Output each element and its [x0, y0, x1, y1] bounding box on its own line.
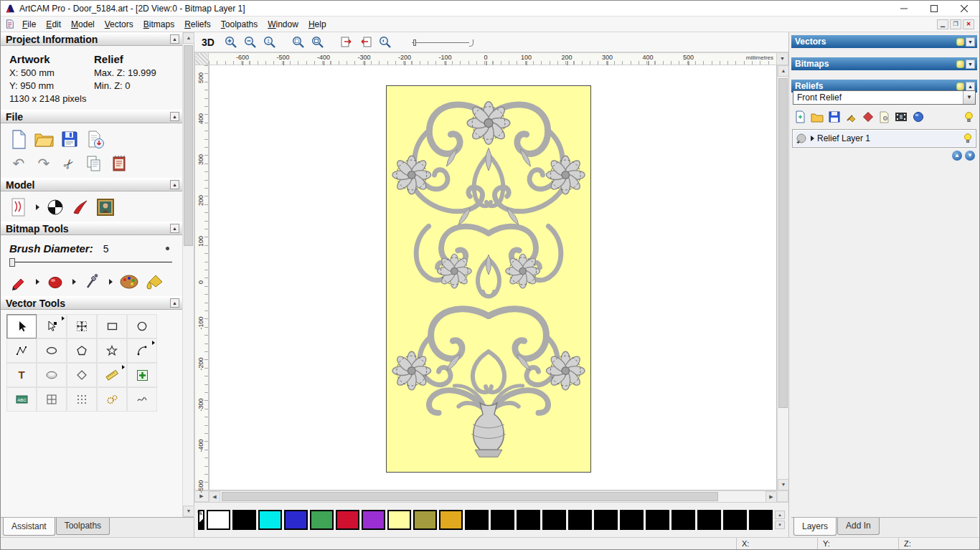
palette-swatch-1[interactable]: [232, 510, 256, 530]
view-slider-handle[interactable]: [413, 39, 416, 46]
close-button[interactable]: [949, 1, 979, 16]
bitmaps-section-header[interactable]: Bitmaps ▼: [791, 57, 977, 70]
save-button[interactable]: [60, 129, 79, 149]
palette-swatch-18[interactable]: [672, 510, 695, 530]
polygon-tool[interactable]: [67, 338, 97, 363]
set-model-size-button[interactable]: [9, 197, 28, 217]
palette-scroll-down-icon[interactable]: ▼: [775, 521, 785, 529]
palette-swatch-20[interactable]: [723, 510, 747, 530]
wave-tool[interactable]: [127, 387, 157, 412]
menu-item-help[interactable]: Help: [303, 17, 331, 32]
tab-layers[interactable]: Layers: [793, 518, 837, 536]
clean-layer-button[interactable]: [845, 111, 857, 123]
zoom-in-button[interactable]: [222, 34, 240, 50]
scroll-left-icon[interactable]: ◀: [209, 491, 220, 503]
smooth-relief-button[interactable]: [71, 197, 90, 217]
palette-swatch-6[interactable]: [362, 510, 385, 530]
menu-item-edit[interactable]: Edit: [41, 17, 66, 32]
collapse-bitmap-tools-button[interactable]: ▲: [170, 224, 179, 233]
layer-name[interactable]: Relief Layer 1: [817, 133, 960, 143]
palette-swatch-11[interactable]: [491, 510, 514, 530]
move-layer-down-button[interactable]: ▼: [965, 151, 975, 161]
palette-swatch-2[interactable]: [258, 510, 282, 530]
duplicate-layer-button[interactable]: [879, 111, 890, 123]
load-image-button[interactable]: [96, 197, 115, 217]
menu-item-file[interactable]: File: [17, 17, 41, 32]
layer-expand-icon[interactable]: [811, 136, 814, 141]
palette-swatch-13[interactable]: [542, 510, 566, 530]
vectors-section-header[interactable]: Vectors ▼: [791, 35, 977, 48]
tab-assistant[interactable]: Assistant: [3, 518, 55, 536]
palette-swatch-14[interactable]: [568, 510, 592, 530]
canvas-hscroll-track[interactable]: [220, 491, 765, 502]
assistant-scroll-track[interactable]: [183, 44, 194, 506]
animate-layer-button[interactable]: [895, 112, 908, 122]
transform-vectors-tool[interactable]: [67, 314, 97, 338]
zoom-window-button[interactable]: [290, 34, 307, 50]
panel-options-icon[interactable]: [956, 60, 964, 68]
text-tool[interactable]: T: [6, 363, 37, 387]
redo-button[interactable]: ↷: [34, 153, 53, 174]
grid-window-tool[interactable]: [37, 387, 67, 412]
palette-swatch-16[interactable]: [620, 510, 644, 530]
collapse-file-button[interactable]: ▲: [170, 112, 179, 121]
canvas-horizontal-scrollbar[interactable]: ▶ ◀ ▶: [194, 490, 788, 502]
brush-diameter-slider[interactable]: [9, 256, 172, 267]
layer-visibility-bulb-icon[interactable]: [963, 133, 973, 144]
palette-swatch-15[interactable]: [594, 510, 618, 530]
open-layer-button[interactable]: [811, 112, 824, 123]
assistant-scroll-thumb[interactable]: [184, 45, 193, 246]
palette-swatch-10[interactable]: [465, 510, 489, 530]
polyline-tool[interactable]: [6, 338, 37, 363]
palette-swatch-21[interactable]: [749, 510, 773, 530]
minimize-button[interactable]: [889, 1, 919, 16]
offset-vector-tool[interactable]: [67, 363, 97, 387]
collapse-model-button[interactable]: ▲: [170, 180, 179, 189]
dot-grid-tool[interactable]: [67, 387, 97, 412]
scroll-down-icon[interactable]: ▼: [778, 479, 789, 490]
cut-button[interactable]: ✂: [60, 153, 78, 174]
menu-item-model[interactable]: Model: [66, 17, 100, 32]
measure-tool[interactable]: [97, 363, 127, 387]
canvas-hscroll-thumb[interactable]: [222, 492, 718, 501]
zoom-fit-button[interactable]: [309, 34, 326, 50]
copy-button[interactable]: [85, 153, 103, 174]
mdi-close-button[interactable]: ✕: [963, 19, 974, 29]
view-slider-track[interactable]: [412, 42, 469, 43]
palette-swatch-19[interactable]: [697, 510, 721, 530]
palette-swatch-7[interactable]: [387, 510, 411, 530]
relief-layer-row[interactable]: Relief Layer 1: [793, 131, 975, 146]
palette-swatch-9[interactable]: [439, 510, 463, 530]
palette-swatch-0[interactable]: [207, 510, 230, 530]
invert-relief-button[interactable]: [46, 197, 65, 217]
sphere-preview-button[interactable]: [913, 111, 924, 123]
ellipse-tool[interactable]: [37, 338, 67, 363]
emboss-text-tool[interactable]: [37, 363, 67, 387]
menu-item-window[interactable]: Window: [263, 17, 303, 32]
tab-add-in[interactable]: Add In: [837, 518, 880, 535]
open-file-button[interactable]: [34, 129, 54, 149]
menu-item-reliefs[interactable]: Reliefs: [179, 17, 216, 32]
menu-item-bitmaps[interactable]: Bitmaps: [138, 17, 179, 32]
draw-pencil-button[interactable]: [9, 272, 28, 292]
move-layer-up-button[interactable]: ▲: [952, 151, 962, 161]
layer-visibility-all-icon[interactable]: [963, 111, 974, 123]
palette-swatch-5[interactable]: [336, 510, 359, 530]
paint-button[interactable]: [46, 272, 65, 292]
maximize-button[interactable]: [919, 1, 949, 16]
palette-scroll-up-icon[interactable]: ▲: [775, 511, 785, 519]
panel-options-icon[interactable]: [956, 38, 964, 46]
import-model-button[interactable]: [85, 129, 105, 149]
block-paste-tool[interactable]: [127, 363, 157, 387]
zoom-previous-button[interactable]: [377, 34, 394, 50]
new-file-button[interactable]: [9, 129, 28, 149]
palette-swatch-3[interactable]: [284, 510, 308, 530]
scroll-up-icon[interactable]: ▲: [778, 65, 789, 77]
menu-item-vectors[interactable]: Vectors: [100, 17, 138, 32]
canvas-vertical-scrollbar[interactable]: ▲ ▼: [777, 65, 788, 490]
canvas-vscroll-track[interactable]: [778, 77, 788, 479]
palette-swatch-17[interactable]: [646, 510, 669, 530]
new-layer-button[interactable]: [794, 110, 806, 123]
undo-button[interactable]: ↶: [9, 153, 28, 174]
abc-text-block-tool[interactable]: ABC: [6, 387, 37, 412]
